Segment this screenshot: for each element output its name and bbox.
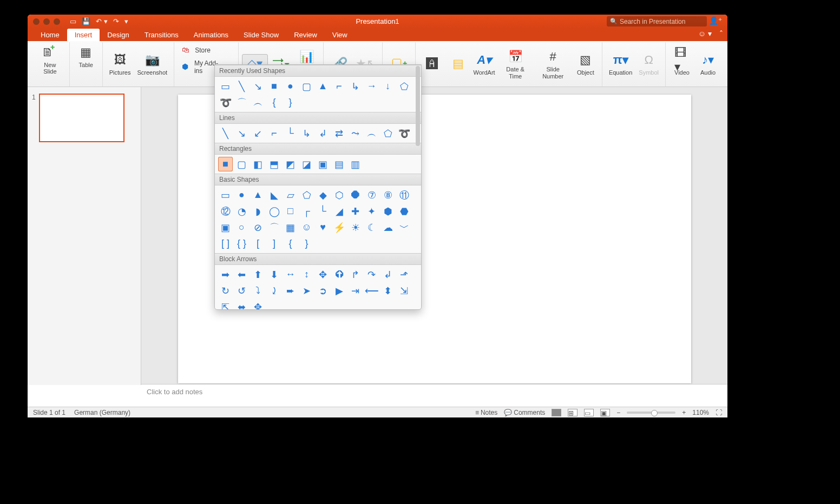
shape-option[interactable]: ♥ — [316, 220, 330, 235]
shape-option[interactable]: ◣ — [267, 188, 281, 202]
shape-option[interactable]: ◔ — [234, 204, 249, 218]
close-window-button[interactable] — [33, 18, 40, 25]
shape-option[interactable]: ➡ — [218, 267, 233, 282]
shape-option[interactable]: ⬇ — [267, 267, 281, 282]
shape-option[interactable]: ● — [234, 188, 249, 202]
shape-option[interactable]: ↱ — [348, 267, 363, 282]
shape-option[interactable]: ↘ — [251, 79, 265, 94]
shape-option[interactable]: ■ — [267, 79, 281, 94]
shape-option[interactable]: { — [283, 236, 298, 251]
date-time-button[interactable]: 📅 Date & Time — [497, 48, 534, 81]
shape-option[interactable]: ⬣ — [397, 204, 411, 218]
shape-option[interactable]: ⤳ — [348, 126, 363, 141]
language-indicator[interactable]: German (Germany) — [74, 409, 130, 416]
shape-option[interactable]: ⬅ — [234, 267, 249, 282]
search-input[interactable]: Search in Presentation — [607, 16, 707, 26]
slide-number-button[interactable]: # Slide Number — [534, 48, 573, 81]
shape-option[interactable]: } — [283, 95, 298, 110]
slideshow-view-button[interactable]: ▣ — [600, 409, 610, 416]
normal-view-button[interactable] — [552, 409, 561, 416]
tab-insert[interactable]: Insert — [67, 29, 100, 41]
shape-option[interactable]: ⬏ — [397, 267, 411, 282]
shape-option[interactable]: ○ — [234, 220, 249, 235]
shape-option[interactable]: ┌ — [299, 204, 314, 218]
shape-option[interactable]: { — [267, 95, 281, 110]
shape-option[interactable]: ⬡ — [332, 188, 346, 202]
comments-toggle[interactable]: 💬 Comments — [504, 409, 545, 416]
shape-option[interactable]: ] — [267, 236, 281, 251]
wordart-button[interactable]: A▾ WordArt — [471, 51, 497, 77]
shape-option[interactable]: ⤸ — [267, 283, 281, 298]
qat-customize-icon[interactable]: ▾ — [124, 17, 128, 25]
shape-option[interactable]: ⬆ — [251, 267, 265, 282]
save-icon[interactable]: 💾 — [82, 17, 90, 25]
shape-option[interactable]: { } — [234, 236, 249, 251]
share-button[interactable]: 👤⁺ — [709, 16, 722, 25]
shape-option[interactable]: ◪ — [299, 157, 314, 171]
equation-button[interactable]: π▾ Equation — [606, 51, 635, 77]
audio-button[interactable]: ♪▾ Audio — [695, 51, 721, 77]
zoom-slider[interactable] — [627, 412, 675, 414]
shape-option[interactable]: ⑪ — [397, 188, 411, 202]
shape-option[interactable]: ⌒ — [234, 95, 249, 110]
shape-option[interactable]: ◧ — [251, 157, 265, 171]
shape-option[interactable]: ⬠ — [299, 188, 314, 202]
dropdown-scrollbar[interactable] — [416, 66, 420, 146]
store-button[interactable]: 🛍 Store — [180, 44, 233, 56]
tab-review[interactable]: Review — [286, 29, 325, 41]
shape-option[interactable]: [ ] — [218, 236, 233, 251]
shape-option[interactable]: ⇄ — [332, 126, 346, 141]
shape-option[interactable]: ↺ — [234, 283, 249, 298]
shape-option[interactable]: ◯ — [267, 204, 281, 218]
pictures-button[interactable]: 🖼 Pictures — [106, 51, 134, 77]
shape-option[interactable]: ☀ — [348, 220, 363, 235]
collapse-ribbon-icon[interactable]: ˄ — [719, 29, 723, 38]
shape-option[interactable]: ↷ — [364, 267, 379, 282]
shape-option[interactable]: └ — [283, 126, 298, 141]
shape-option[interactable]: ⬍ — [380, 283, 395, 298]
shape-option[interactable]: ☺ — [299, 220, 314, 235]
shape-option[interactable]: ◗ — [251, 204, 265, 218]
shape-option[interactable]: ⚡ — [332, 220, 346, 235]
shape-option[interactable]: ⬌ — [234, 300, 249, 309]
shape-option[interactable]: ✦ — [364, 204, 379, 218]
shape-option[interactable]: ◆ — [316, 188, 330, 202]
textbox-button[interactable]: 🅰 — [419, 55, 445, 75]
tab-home[interactable]: Home — [33, 29, 67, 41]
shape-option[interactable]: ◢ — [332, 204, 346, 218]
shape-option[interactable]: ↘ — [234, 126, 249, 141]
shape-option[interactable]: ⬠ — [380, 126, 395, 141]
shape-option[interactable]: ▭ — [218, 79, 233, 94]
notes-toggle[interactable]: ≡ Notes — [475, 409, 497, 416]
shape-option[interactable]: ⌒ — [267, 220, 281, 235]
sorter-view-button[interactable]: ⊞ — [568, 409, 578, 416]
shape-option[interactable]: ▣ — [218, 220, 233, 235]
shape-option[interactable]: ▦ — [283, 220, 298, 235]
shape-option[interactable]: ☾ — [364, 220, 379, 235]
shape-option[interactable]: ╲ — [218, 126, 233, 141]
table-button[interactable]: ▦ Table — [73, 43, 99, 70]
shape-option[interactable]: ➰ — [397, 126, 411, 141]
shape-option[interactable]: ⊘ — [251, 220, 265, 235]
shape-option[interactable]: ■ — [218, 157, 233, 171]
shape-option[interactable]: ✚ — [348, 204, 363, 218]
shape-option[interactable]: ⇥ — [348, 283, 363, 298]
shape-option[interactable]: ↙ — [251, 126, 265, 141]
shape-option[interactable]: ﹀ — [397, 220, 411, 235]
shape-option[interactable]: ➰ — [218, 95, 233, 110]
shape-option[interactable]: ➲ — [316, 283, 330, 298]
zoom-in-button[interactable]: + — [682, 409, 686, 416]
video-button[interactable]: 🎞▾ Video — [669, 51, 695, 77]
shape-option[interactable]: ⤵ — [251, 283, 265, 298]
tab-view[interactable]: View — [325, 29, 355, 41]
shape-option[interactable]: ▲ — [316, 79, 330, 94]
shape-option[interactable]: ✥ — [251, 300, 265, 309]
shape-option[interactable]: ↻ — [218, 283, 233, 298]
screenshot-button[interactable]: 📷 Screenshot — [134, 51, 170, 77]
object-button[interactable]: ▧ Object — [573, 51, 599, 77]
header-footer-button[interactable]: ▤ — [445, 55, 471, 75]
slide-thumbnail-1[interactable] — [39, 94, 124, 142]
maximize-window-button[interactable] — [54, 18, 60, 25]
shape-option[interactable]: ︵ — [251, 95, 265, 110]
shape-option[interactable]: ⬠ — [397, 79, 411, 94]
